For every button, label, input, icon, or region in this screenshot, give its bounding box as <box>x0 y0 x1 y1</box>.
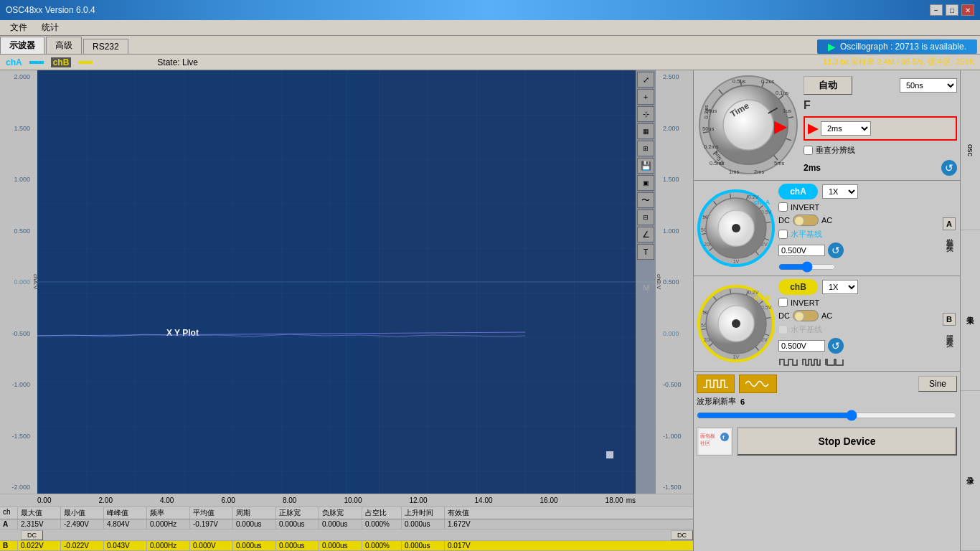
time-reset-btn[interactable]: ↺ <box>941 160 957 176</box>
maximize-button[interactable]: □ <box>946 4 958 16</box>
channel-b-section: 100mv 50mv 20mv 1V 2V 0.5V 0.2V <box>694 276 960 372</box>
cha-baseline-voltage[interactable]: 0.500V <box>778 245 825 256</box>
cha-knob-svg: 100mv 50mv 20mv 1V 2V 0.5V 0.2V <box>697 189 776 268</box>
cha-slider[interactable] <box>778 261 836 273</box>
chb-baseline-checkbox[interactable] <box>778 325 788 334</box>
wave-btn-1[interactable] <box>697 375 735 393</box>
menu-file[interactable]: 文件 <box>3 20 34 35</box>
tab-rs232[interactable]: RS232 <box>83 39 128 54</box>
time-select-50ns[interactable]: 50ns 100ns 200ns 1us <box>900 78 957 93</box>
dc-button-a[interactable]: DC <box>21 530 43 540</box>
stop-device-button[interactable]: Stop Device <box>737 427 957 456</box>
save-btn[interactable]: 💾 <box>637 158 654 174</box>
cha-invert-checkbox[interactable] <box>778 202 788 212</box>
chb-invert-checkbox[interactable] <box>778 298 788 307</box>
cha-1x-select[interactable]: 1X 2X 5X 10X <box>822 184 858 199</box>
wave-icon-1 <box>703 377 728 390</box>
cha-baseline-label: 水平基线 <box>791 229 822 240</box>
chb-reset-btn[interactable]: ↺ <box>828 338 844 354</box>
grid2-btn[interactable]: ⊟ <box>637 209 654 225</box>
svg-text:1V: 1V <box>733 259 740 264</box>
osc-label[interactable]: osc <box>961 70 980 230</box>
zoom-in-btn[interactable]: + <box>637 89 654 105</box>
svg-text:ch: B: ch: B <box>754 294 771 301</box>
collect-label[interactable]: 采集卡 <box>961 230 980 390</box>
play-icon[interactable]: ▶ <box>828 41 836 52</box>
b-label[interactable]: B <box>943 313 956 326</box>
svg-text:1us: 1us <box>783 108 791 114</box>
right-side-bar: osc 采集卡 录像 <box>960 70 980 551</box>
waveform-row: Sine <box>697 375 957 393</box>
community-logo[interactable]: 面包板 社区 f <box>697 427 732 456</box>
time-controls: 自动 50ns 100ns 200ns 1us F ▶ <box>804 73 957 176</box>
chb-dc-label: DC <box>778 311 790 320</box>
pulse-wave-icon <box>824 357 846 368</box>
cha-baseline-checkbox[interactable] <box>778 230 788 239</box>
f-label: F <box>804 99 957 112</box>
svg-text:0.2us: 0.2us <box>761 78 775 85</box>
tab-oscilloscope[interactable]: 示波器 <box>0 37 44 54</box>
cha-knob-container[interactable]: 100mv 50mv 20mv 1V 2V 0.5V 0.2V <box>697 189 776 268</box>
chb-dc-ac-toggle[interactable] <box>793 310 819 321</box>
svg-text:ch: A: ch: A <box>754 199 771 206</box>
menu-stats[interactable]: 统计 <box>34 20 66 35</box>
minimize-button[interactable]: − <box>930 4 943 16</box>
tab-advanced[interactable]: 高级 <box>46 37 82 54</box>
cha-name-btn[interactable]: chA <box>778 184 818 199</box>
expand-btn[interactable]: ⤢ <box>637 72 654 88</box>
svg-text:5ms: 5ms <box>774 160 784 166</box>
wave-btn-2[interactable] <box>739 375 777 393</box>
svg-text:50us: 50us <box>702 126 715 132</box>
stop-device-row: 面包板 社区 f Stop Device <box>697 427 957 456</box>
dc-button-b-row[interactable]: DC <box>671 530 693 540</box>
cursor-btn[interactable]: ⊹ <box>637 106 654 122</box>
x-unit: ms <box>626 496 636 504</box>
cha-reset-btn[interactable]: ↺ <box>828 242 844 258</box>
close-button[interactable]: ✕ <box>961 4 974 16</box>
svg-text:0.2ms: 0.2ms <box>704 143 719 150</box>
time-knob-container[interactable]: 0.5us 0.2us <box>697 73 801 177</box>
x-axis: 0.00 2.00 4.00 6.00 8.00 10.00 12.00 14.… <box>0 494 693 507</box>
oscilloscope-grid: X Y Plot M <box>37 70 656 494</box>
histogram-btn[interactable]: ▦ <box>637 123 654 139</box>
time-select-2ms[interactable]: 2ms 5ms 10ms <box>821 121 871 136</box>
sharpness-label: 垂直分辨线 <box>816 145 855 156</box>
chb-wave-btns <box>778 357 938 368</box>
svg-rect-3 <box>37 70 377 494</box>
sine-button[interactable]: Sine <box>918 376 957 392</box>
grid-btn[interactable]: ⊞ <box>637 141 654 156</box>
sharpness-checkbox[interactable] <box>804 146 813 155</box>
chb-1x-select[interactable]: 1X 2X 5X 10X <box>822 280 858 294</box>
chb-name-btn[interactable]: chB <box>778 279 818 295</box>
cha-dc-ac-toggle[interactable] <box>793 215 819 226</box>
wave-btn[interactable]: 〜 <box>637 192 654 208</box>
ch-b-v-label: chB:V <box>656 70 661 494</box>
stats-table: ch 最大值 最小值 峰峰值 频率 平均值 周期 正脉宽 负脉宽 占空比 上升时… <box>0 507 693 551</box>
svg-text:1ms: 1ms <box>729 169 739 175</box>
square-wave-icon <box>778 357 800 368</box>
refresh-value: 6 <box>740 397 745 406</box>
logo-svg: 面包板 社区 f <box>699 429 731 454</box>
record-label[interactable]: 录像 <box>961 391 980 551</box>
channel-a-section: 100mv 50mv 20mv 1V 2V 0.5V 0.2V <box>694 181 960 276</box>
channel-status-bar: chA chB State: Live 11.3 bit 采样率 2.4M / … <box>0 55 980 70</box>
t-btn[interactable]: T <box>637 244 654 260</box>
ref-btn[interactable]: ▣ <box>637 175 654 191</box>
auto-button[interactable]: 自动 <box>804 76 852 95</box>
stats-header: ch 最大值 最小值 峰峰值 频率 平均值 周期 正脉宽 负脉宽 占空比 上升时… <box>0 507 693 519</box>
chb-knob-container[interactable]: 100mv 50mv 20mv 1V 2V 0.5V 0.2V <box>697 284 776 363</box>
svg-point-54 <box>732 224 740 232</box>
chart-canvas: X Y Plot M ⤢ + ⊹ ▦ ⊞ 💾 <box>37 70 656 494</box>
time-2ms-display: 2ms <box>804 163 821 173</box>
cha-side-labels: A 触发 差分 探头 <box>941 217 957 239</box>
refresh-rate-row: 波形刷新率 6 <box>697 396 957 407</box>
cha-invert-label: INVERT <box>791 203 819 212</box>
svg-text:0.5us: 0.5us <box>732 78 746 85</box>
rect-wave-icon <box>801 357 823 368</box>
chb-baseline-voltage[interactable] <box>778 340 825 352</box>
svg-text:f: f <box>722 434 725 441</box>
angle-btn[interactable]: ∠ <box>637 227 654 242</box>
svg-text:0.5ms: 0.5ms <box>710 160 725 166</box>
refresh-slider[interactable] <box>697 410 957 421</box>
a-trigger-label[interactable]: A <box>943 217 956 230</box>
